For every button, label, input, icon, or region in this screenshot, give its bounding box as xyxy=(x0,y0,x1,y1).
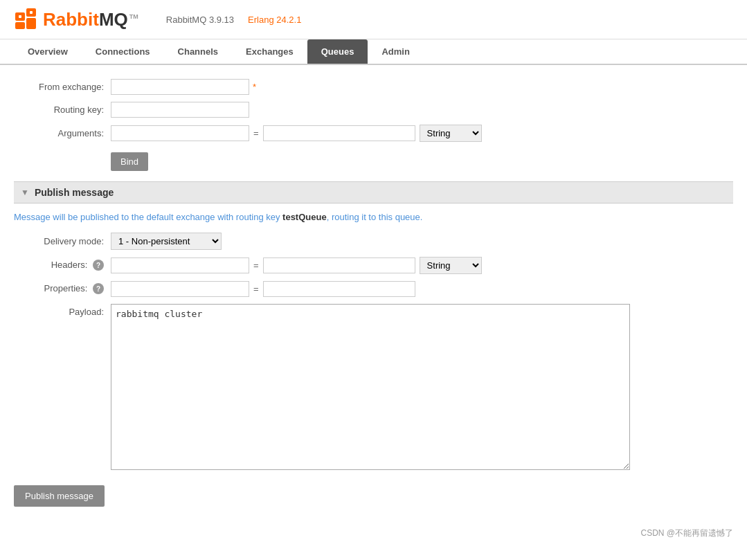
info-text-suffix: , routing it to this queue. xyxy=(327,212,423,222)
arguments-key-input[interactable] xyxy=(111,125,249,141)
delivery-mode-row: Delivery mode: 1 - Non-persistent 2 - Pe… xyxy=(14,233,733,250)
rabbitmq-logo-icon xyxy=(14,7,39,32)
publish-info-text: Message will be published to the default… xyxy=(14,210,733,224)
arguments-equals: = xyxy=(253,128,259,138)
headers-key-input[interactable] xyxy=(111,258,249,273)
payload-label: Payload: xyxy=(14,304,111,317)
from-exchange-row: From exchange: * xyxy=(14,79,733,95)
properties-label: Properties: ? xyxy=(14,283,111,295)
version-rabbitmq: RabbitMQ 3.9.13 xyxy=(166,15,234,25)
svg-rect-5 xyxy=(30,11,33,14)
main-nav: Overview Connections Channels Exchanges … xyxy=(0,39,747,65)
publish-section-header: ▼ Publish message xyxy=(14,181,733,204)
payload-row: Payload: xyxy=(14,304,733,470)
headers-row: Headers: ? = String xyxy=(14,257,733,274)
headers-value-input[interactable] xyxy=(263,258,415,273)
svg-rect-3 xyxy=(26,18,36,29)
arguments-row: Arguments: = String xyxy=(14,125,733,142)
nav-admin[interactable]: Admin xyxy=(368,39,423,64)
properties-help-icon[interactable]: ? xyxy=(93,283,104,294)
section-toggle-icon[interactable]: ▼ xyxy=(21,188,29,197)
logo: RabbitMQTM xyxy=(14,7,138,32)
delivery-mode-select[interactable]: 1 - Non-persistent 2 - Persistent xyxy=(111,233,222,250)
delivery-mode-label: Delivery mode: xyxy=(14,236,111,246)
publish-section-body: Message will be published to the default… xyxy=(14,210,733,507)
arguments-type-select[interactable]: String xyxy=(420,125,482,142)
bind-button-row: Bind xyxy=(14,149,733,171)
logo-tm: TM xyxy=(129,13,138,20)
arguments-label: Arguments: xyxy=(14,128,111,138)
nav-channels[interactable]: Channels xyxy=(164,39,233,64)
from-exchange-label: From exchange: xyxy=(14,82,111,92)
headers-type-select[interactable]: String xyxy=(420,257,482,274)
footer: CSDN @不能再留遗憾了 xyxy=(0,521,747,546)
properties-row: Properties: ? = xyxy=(14,281,733,297)
required-star: * xyxy=(253,82,256,92)
version-erlang: Erlang 24.2.1 xyxy=(248,15,301,25)
logo-rabbit: Rabbit xyxy=(43,9,99,30)
headers-help-icon[interactable]: ? xyxy=(93,260,104,271)
bind-form: From exchange: * Routing key: Arguments:… xyxy=(14,79,733,171)
bind-button[interactable]: Bind xyxy=(111,152,148,171)
headers-label: Headers: ? xyxy=(14,260,111,271)
logo-mq: MQ xyxy=(99,9,128,30)
version-info: RabbitMQ 3.9.13 Erlang 24.2.1 xyxy=(166,15,302,25)
routing-key-row: Routing key: xyxy=(14,102,733,118)
info-text-prefix: Message will be published to the default… xyxy=(14,212,282,222)
svg-rect-4 xyxy=(19,15,21,18)
nav-queues[interactable]: Queues xyxy=(307,39,368,64)
nav-exchanges[interactable]: Exchanges xyxy=(232,39,307,64)
payload-textarea[interactable] xyxy=(111,304,630,470)
nav-connections[interactable]: Connections xyxy=(82,39,164,64)
from-exchange-input[interactable] xyxy=(111,79,249,95)
routing-key-label: Routing key: xyxy=(14,105,111,115)
headers-equals: = xyxy=(253,260,259,271)
watermark-text: CSDN @不能再留遗憾了 xyxy=(640,528,733,538)
properties-key-input[interactable] xyxy=(111,281,249,297)
header: RabbitMQTM RabbitMQ 3.9.13 Erlang 24.2.1 xyxy=(0,0,747,39)
nav-overview[interactable]: Overview xyxy=(14,39,82,64)
routing-key-highlight: testQueue xyxy=(282,212,327,222)
properties-value-input[interactable] xyxy=(263,281,415,297)
publish-message-button[interactable]: Publish message xyxy=(14,485,105,507)
routing-key-input[interactable] xyxy=(111,102,249,118)
properties-equals: = xyxy=(253,284,259,294)
arguments-value-input[interactable] xyxy=(263,125,415,141)
logo-text: RabbitMQTM xyxy=(43,9,138,30)
main-content: From exchange: * Routing key: Arguments:… xyxy=(0,65,747,521)
svg-rect-2 xyxy=(15,22,25,29)
publish-section-title: Publish message xyxy=(35,187,114,198)
